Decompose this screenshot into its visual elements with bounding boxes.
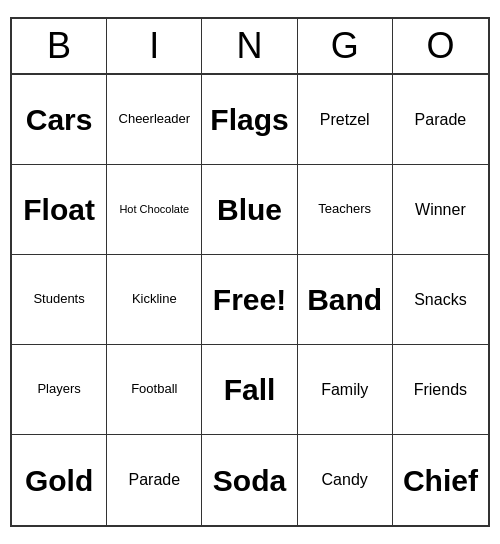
cell-text: Friends (414, 381, 467, 399)
cell-r3-c3: Family (298, 345, 393, 435)
cell-r4-c1: Parade (107, 435, 202, 525)
cell-r4-c0: Gold (12, 435, 107, 525)
bingo-header: BINGO (12, 19, 488, 75)
header-letter: N (202, 19, 297, 73)
header-letter: O (393, 19, 488, 73)
cell-text: Cars (26, 103, 93, 136)
cell-text: Float (23, 193, 95, 226)
cell-r0-c1: Cheerleader (107, 75, 202, 165)
cell-text: Teachers (318, 202, 371, 216)
cell-r3-c1: Football (107, 345, 202, 435)
cell-text: Chief (403, 464, 478, 497)
header-letter: G (298, 19, 393, 73)
cell-text: Free! (213, 283, 286, 316)
cell-r1-c0: Float (12, 165, 107, 255)
cell-text: Winner (415, 201, 466, 219)
bingo-card: BINGO CarsCheerleaderFlagsPretzelParadeF… (10, 17, 490, 527)
cell-r1-c3: Teachers (298, 165, 393, 255)
cell-r1-c1: Hot Chocolate (107, 165, 202, 255)
cell-r3-c4: Friends (393, 345, 488, 435)
cell-text: Fall (224, 373, 276, 406)
header-letter: B (12, 19, 107, 73)
cell-r0-c0: Cars (12, 75, 107, 165)
cell-r4-c4: Chief (393, 435, 488, 525)
cell-text: Gold (25, 464, 93, 497)
cell-text: Cheerleader (119, 112, 191, 126)
cell-text: Football (131, 382, 177, 396)
cell-text: Parade (128, 471, 180, 489)
cell-r2-c0: Students (12, 255, 107, 345)
cell-text: Snacks (414, 291, 466, 309)
cell-r1-c4: Winner (393, 165, 488, 255)
cell-text: Parade (415, 111, 467, 129)
cell-r1-c2: Blue (202, 165, 297, 255)
cell-text: Soda (213, 464, 286, 497)
cell-text: Kickline (132, 292, 177, 306)
cell-r4-c3: Candy (298, 435, 393, 525)
cell-r0-c3: Pretzel (298, 75, 393, 165)
cell-r2-c2: Free! (202, 255, 297, 345)
cell-text: Candy (322, 471, 368, 489)
cell-text: Hot Chocolate (119, 203, 189, 215)
cell-r4-c2: Soda (202, 435, 297, 525)
cell-text: Players (37, 382, 80, 396)
cell-r2-c1: Kickline (107, 255, 202, 345)
cell-r3-c2: Fall (202, 345, 297, 435)
cell-text: Family (321, 381, 368, 399)
cell-text: Pretzel (320, 111, 370, 129)
cell-r2-c4: Snacks (393, 255, 488, 345)
cell-r0-c4: Parade (393, 75, 488, 165)
cell-text: Flags (210, 103, 288, 136)
cell-text: Blue (217, 193, 282, 226)
cell-r0-c2: Flags (202, 75, 297, 165)
cell-text: Students (33, 292, 84, 306)
bingo-grid: CarsCheerleaderFlagsPretzelParadeFloatHo… (12, 75, 488, 525)
cell-text: Band (307, 283, 382, 316)
cell-r3-c0: Players (12, 345, 107, 435)
cell-r2-c3: Band (298, 255, 393, 345)
header-letter: I (107, 19, 202, 73)
